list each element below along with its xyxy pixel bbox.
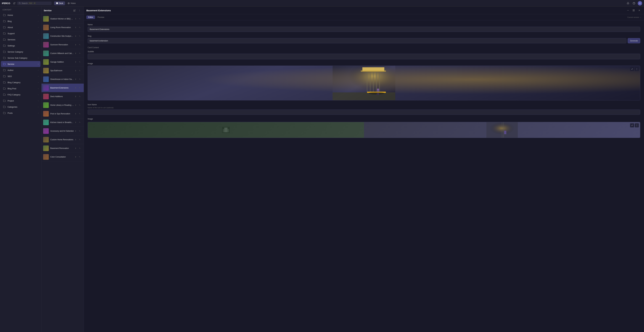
- list-item-pin-button[interactable]: ⬆: [74, 129, 77, 133]
- list-item-pin-button[interactable]: ⬆: [74, 147, 77, 150]
- svg-rect-32: [378, 93, 379, 95]
- list-item-edit-button[interactable]: ✎: [78, 43, 81, 47]
- sidebar-item-home[interactable]: Home ›: [1, 12, 40, 18]
- sidebar-item-support[interactable]: Support ›: [1, 31, 40, 36]
- sidebar-item-categories[interactable]: Categories ›: [1, 104, 40, 110]
- list-item-edit-button[interactable]: ✎: [78, 78, 81, 81]
- list-item-pin-button[interactable]: ⬆: [74, 121, 77, 124]
- list-item-edit-button[interactable]: ✎: [78, 69, 81, 72]
- editor-split-button[interactable]: [632, 8, 636, 13]
- list-item-pin-button[interactable]: ⬆: [74, 52, 77, 55]
- sidebar-item-blog[interactable]: Blog ›: [1, 18, 40, 24]
- list-item[interactable]: Accessory and Art Selection ⬆ ✎: [42, 127, 84, 135]
- search-bar[interactable]: Search Cmd K: [17, 2, 52, 5]
- tab-editor[interactable]: Editor: [86, 16, 95, 19]
- sidebar-item-blog-category[interactable]: Blog Category ›: [1, 79, 40, 85]
- tab-desk[interactable]: Desk: [54, 2, 65, 5]
- list-item[interactable]: Living Room Renovation ⬆ ✎: [42, 23, 84, 32]
- list-item[interactable]: Deck Additions ⬆ ✎: [42, 92, 84, 101]
- sidebar-item-about[interactable]: About ›: [1, 24, 40, 30]
- list-item[interactable]: Basement Extensions ⬆ ✎: [42, 84, 84, 92]
- editor-close-button[interactable]: [637, 8, 642, 13]
- list-item-pin-button[interactable]: ⬆: [74, 155, 77, 159]
- tab-preview[interactable]: Preview: [96, 16, 106, 19]
- list-item-pin-button[interactable]: ⬆: [74, 86, 77, 90]
- image2-upload-box[interactable]: ⤢ ⋮: [88, 122, 640, 138]
- list-item-pin-button[interactable]: ⬆: [74, 43, 77, 47]
- open-new-tab-button[interactable]: [12, 1, 16, 6]
- sidebar-item-seo[interactable]: SEO ›: [1, 73, 40, 79]
- sidebar-item-faq-category[interactable]: FAQ Category ›: [1, 92, 40, 98]
- list-item[interactable]: Greenhouse or Indoor Garden ⬆ ✎: [42, 75, 84, 84]
- icon-name-input[interactable]: [88, 110, 640, 115]
- list-item[interactable]: Pool or Spa Renovation ⬆ ✎: [42, 110, 84, 118]
- sidebar-item-settings[interactable]: Settings ›: [1, 43, 40, 49]
- name-input[interactable]: [88, 27, 640, 32]
- list-item-pin-button[interactable]: ⬆: [74, 112, 77, 116]
- list-item-pin-button[interactable]: ⬆: [74, 26, 77, 29]
- image-upload-box[interactable]: ⤢ ⋮: [88, 66, 640, 100]
- list-item-pin-button[interactable]: ⬆: [74, 60, 77, 64]
- list-item-edit-button[interactable]: ✎: [78, 103, 81, 107]
- list-item-edit-button[interactable]: ✎: [78, 138, 81, 141]
- image-resize-button[interactable]: ⤢: [630, 67, 634, 71]
- sidebar-item-blog-post[interactable]: Blog Post ›: [1, 86, 40, 92]
- user-avatar[interactable]: U: [638, 1, 642, 6]
- svg-rect-15: [633, 10, 634, 11]
- list-item[interactable]: Custom Millwork and Cabine... ⬆ ✎: [42, 49, 84, 58]
- list-item-edit-button[interactable]: ✎: [78, 52, 81, 55]
- list-item-edit-button[interactable]: ✎: [78, 34, 81, 38]
- list-item-edit-button[interactable]: ✎: [78, 26, 81, 29]
- list-item[interactable]: Basement Renovation ⬆ ✎: [42, 144, 84, 153]
- list-item[interactable]: Kitchen Island or Breakfast B... ⬆ ✎: [42, 118, 84, 127]
- list-item-edit-button[interactable]: ✎: [78, 17, 81, 21]
- list-item-edit-button[interactable]: ✎: [78, 112, 81, 116]
- list-item[interactable]: Sunroom Renovation ⬆ ✎: [42, 41, 84, 49]
- list-panel-more-button[interactable]: [78, 9, 82, 13]
- list-item-pin-button[interactable]: ⬆: [74, 69, 77, 72]
- list-item[interactable]: Color Consultation ⬆ ✎: [42, 153, 84, 161]
- subtitle-input[interactable]: [88, 54, 640, 59]
- sidebar-item-service-sub-category[interactable]: Service Sub Category ›: [1, 55, 40, 61]
- generate-button[interactable]: Generate: [628, 38, 640, 43]
- image-more-button[interactable]: ⋮: [635, 67, 639, 71]
- list-item-thumbnail: [43, 102, 49, 108]
- help-icon[interactable]: [632, 1, 636, 6]
- list-item-edit-button[interactable]: ✎: [78, 60, 81, 64]
- folder-icon: [3, 26, 6, 29]
- list-item-edit-button[interactable]: ✎: [78, 86, 81, 90]
- list-item-edit-button[interactable]: ✎: [78, 121, 81, 124]
- sidebar-item-service-category[interactable]: Service Category ›: [1, 49, 40, 55]
- list-item-pin-button[interactable]: ⬆: [74, 138, 77, 141]
- list-item-pin-button[interactable]: ⬆: [74, 17, 77, 21]
- folder-icon: [3, 38, 6, 41]
- list-item[interactable]: Custom Home Renovations ⬆ ✎: [42, 135, 84, 144]
- list-item-pin-button[interactable]: ⬆: [74, 95, 77, 98]
- slug-input[interactable]: [88, 38, 626, 43]
- list-item[interactable]: Outdoor Kitchen or BBQ Area ⬆ ✎: [42, 15, 84, 23]
- list-item[interactable]: Construction Site Analysis a... ⬆ ✎: [42, 32, 84, 41]
- list-item[interactable]: Home Library or Reading No... ⬆ ✎: [42, 101, 84, 110]
- image2-more-button[interactable]: ⋮: [635, 123, 639, 127]
- sidebar-item-project[interactable]: Project ›: [1, 98, 40, 104]
- list-item[interactable]: Garage Addition ⬆ ✎: [42, 58, 84, 66]
- tab-vision[interactable]: Vision: [66, 2, 78, 5]
- list-item-edit-button[interactable]: ✎: [78, 95, 81, 98]
- sidebar-item-services[interactable]: Services ›: [1, 37, 40, 43]
- version-selector[interactable]: Current version: [628, 16, 642, 18]
- list-item-edit-button[interactable]: ✎: [78, 155, 81, 159]
- list-item-edit-button[interactable]: ✎: [78, 129, 81, 133]
- list-item-edit-button[interactable]: ✎: [78, 147, 81, 150]
- sidebar-item-author[interactable]: Author ›: [1, 67, 40, 73]
- editor-more-button[interactable]: [626, 8, 630, 13]
- bell-icon[interactable]: [626, 1, 630, 6]
- sidebar-item-service[interactable]: Service ›: [1, 61, 40, 67]
- list-panel-edit-button[interactable]: [72, 9, 76, 13]
- list-item-pin-button[interactable]: ⬆: [74, 103, 77, 107]
- image2-resize-button[interactable]: ⤢: [630, 123, 634, 127]
- list-item-pin-button[interactable]: ⬆: [74, 34, 77, 38]
- list-item-pin-button[interactable]: ⬆: [74, 78, 77, 81]
- list-item-name: Sunroom Renovation: [50, 44, 74, 46]
- list-item[interactable]: Spa Bathroom ⬆ ✎: [42, 66, 84, 75]
- sidebar-item-posts[interactable]: Posts ›: [1, 110, 40, 116]
